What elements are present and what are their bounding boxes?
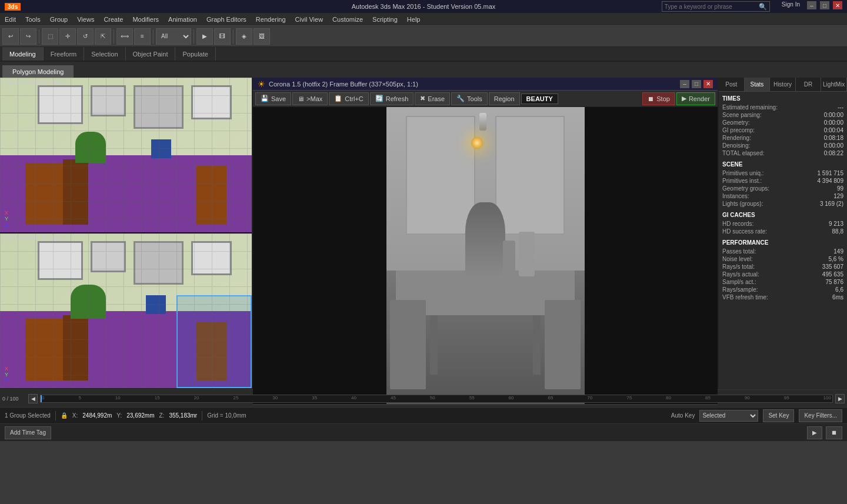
lock-icon: 🔒 [61,412,68,419]
scene-row-2: Geometry groups:99 [722,185,843,192]
menu-scripting[interactable]: Scripting [368,15,402,24]
time-row-6: TOTAL elapsed:0:08:22 [722,150,843,156]
tab-modeling[interactable]: Modeling [2,47,44,61]
align-btn[interactable]: ≡ [134,28,151,45]
stats-tab-dr[interactable]: DR [796,78,822,91]
tab-freeform[interactable]: Freeform [44,47,85,61]
ws-tab-polygon-modeling[interactable]: Polygon Modeling [2,65,74,78]
timeline-prev-btn[interactable]: ◀ [28,394,38,403]
search-icon[interactable]: 🔍 [756,3,769,11]
menu-graph-editors[interactable]: Graph Editors [202,15,251,24]
render-btn[interactable]: ▶ [196,28,213,45]
maximize-button[interactable]: □ [820,1,829,9]
stats-scene-section: SCENE Primitives uniq.:1 591 715 Primiti… [722,161,843,207]
menu-group[interactable]: Group [45,15,73,24]
vfb-stop-btn[interactable]: ⏹ Stop [642,92,675,105]
beauty-label: BEAUTY [521,94,558,104]
close-button[interactable]: ✕ [833,1,842,9]
move-btn[interactable]: ✛ [59,28,76,45]
toolbar: ↩ ↪ ⬚ ✛ ↺ ⇱ ⟺ ≡ All ▶ 🎞 ◈ 🖼 [0,26,847,47]
gi-title: GI CACHES [722,212,843,218]
title-buttons: 🔍 Sign In – □ ✕ [662,1,842,12]
vfb-copy-btn[interactable]: 📋 Ctrl+C [329,92,368,105]
stop-animation-btn[interactable]: ⏹ [826,426,842,439]
group-selected-status: 1 Group Selected [5,412,51,419]
stats-tab-post[interactable]: Post [719,78,745,91]
menu-rendering[interactable]: Rendering [251,15,291,24]
signin-btn[interactable]: Sign In [778,1,803,12]
perf-row-2: Rays/s total:335 607 [722,263,843,270]
vfb-max-btn[interactable]: 🖥 >Max [292,92,328,105]
scale-btn[interactable]: ⇱ [95,28,111,45]
main-layout: [+][Camera001][Shaded] [0,78,847,389]
render-setup-btn[interactable]: 🎞 [214,28,231,45]
time-row-1: Scene parsing:0:00:00 [722,112,843,118]
bottom-action-bar: Add Time Tag ▶ ⏹ [0,423,847,441]
vfb-window-buttons: – □ ✕ [680,80,713,88]
menu-help[interactable]: Help [402,15,425,24]
x-value: 2484,992m [82,412,112,419]
add-time-tag-btn[interactable]: Add Time Tag [5,426,51,439]
menu-civil-view[interactable]: Civil View [291,15,328,24]
vfb-erase-btn[interactable]: ✖ Erase [415,92,450,105]
mirror-btn[interactable]: ⟺ [116,28,133,45]
menu-edit[interactable]: Edit [0,15,21,24]
viewport-bottom-label: [+][Camera001][Shaded] [2,235,66,241]
vfb-maximize[interactable]: □ [692,80,701,88]
undo-btn[interactable]: ↩ [2,28,19,45]
max-icon: 🖥 [298,95,304,102]
x-label: X: [72,412,78,419]
status-sep-2 [202,411,202,420]
vfb-minimize[interactable]: – [680,80,689,88]
menu-animation[interactable]: Animation [164,15,202,24]
search-input[interactable] [662,2,756,11]
menu-views[interactable]: Views [72,15,99,24]
render-frame-btn[interactable]: 🖼 [254,28,270,45]
rotate-btn[interactable]: ↺ [77,28,94,45]
minimize-button[interactable]: – [807,1,816,9]
center-area: ☀ Corona 1.5 (hotfix 2) Frame Buffer (33… [253,78,718,389]
vfb-render-btn[interactable]: ▶ Render [676,92,715,105]
menu-customize[interactable]: Customize [328,15,368,24]
time-row-4: Rendering:0:08:18 [722,135,843,141]
stats-gi-section: GI CACHES HD records:9 213 HD success ra… [722,212,843,235]
title-left: 3ds [5,3,21,11]
menu-tools[interactable]: Tools [21,15,45,24]
y-label: Y: [116,412,122,419]
play-animation-btn[interactable]: ▶ [807,426,822,439]
stats-content: TIMES Estimated remaining:--- Scene pars… [719,92,847,309]
polygon-modeling-tab-row: Polygon Modeling [0,61,847,78]
menu-modifiers[interactable]: Modifiers [128,15,164,24]
timeline-current: 0 / 100 [2,396,26,402]
vfb-refresh-btn[interactable]: 🔄 Refresh [370,92,414,105]
stats-tabs: Post Stats History DR LightMix [719,78,847,92]
stats-tab-history[interactable]: History [770,78,796,91]
set-key-btn[interactable]: Set Key [763,409,794,422]
stats-tab-lightmix[interactable]: LightMix [821,78,847,91]
timeline-bar[interactable]: 0 5 10 15 20 25 30 35 40 45 50 55 60 65 … [40,395,833,403]
perf-title: PERFORMANCE [722,239,843,246]
selected-dropdown[interactable]: Selected [699,410,758,422]
key-filters-btn[interactable]: Key Filters... [799,409,842,422]
tools-icon: 🔧 [456,95,465,102]
vfb-save-btn[interactable]: 💾 Save [255,92,291,105]
vfb-tools-btn[interactable]: 🔧 Tools [451,92,488,105]
vfb-close[interactable]: ✕ [703,80,713,88]
timeline-next-btn[interactable]: ▶ [835,394,845,403]
tab-selection[interactable]: Selection [84,47,125,61]
menu-create[interactable]: Create [99,15,128,24]
vfb-render-image-area[interactable] [253,107,718,404]
tab-populate[interactable]: Populate [175,47,215,61]
reference-dropdown[interactable]: All [156,28,191,45]
refresh-icon: 🔄 [375,95,384,102]
viewport-bottom[interactable]: [+][Camera001][Shaded] [0,233,252,389]
material-editor-btn[interactable]: ◈ [236,28,252,45]
select-btn[interactable]: ⬚ [42,28,58,45]
modeling-tab-row: Modeling Freeform Selection Object Paint… [0,47,847,61]
redo-btn[interactable]: ↪ [20,28,36,45]
viewport-top[interactable]: [+][Camera001][Shaded] [0,78,252,233]
vfb-toolbar: 💾 Save 🖥 >Max 📋 Ctrl+C 🔄 Refresh [253,91,718,107]
stats-tab-stats[interactable]: Stats [745,78,771,91]
tab-object-paint[interactable]: Object Paint [126,47,176,61]
vfb-region-btn[interactable]: Region [489,92,520,105]
